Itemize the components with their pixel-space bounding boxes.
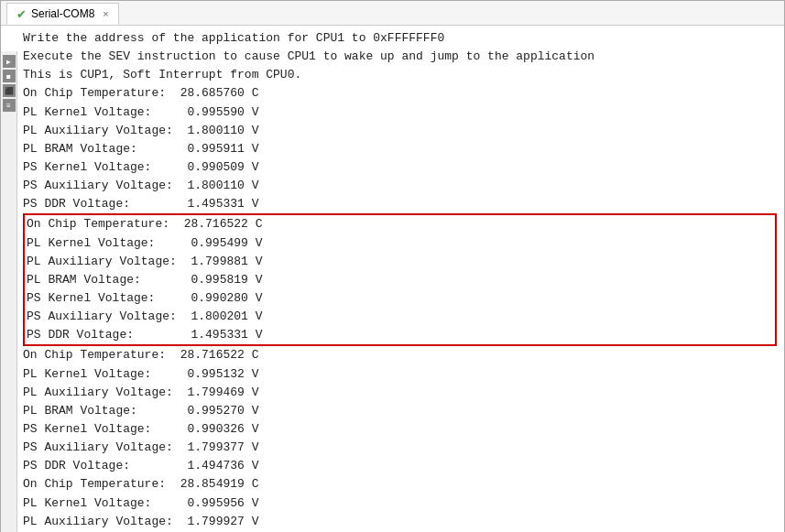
- log-line: On Chip Temperature: 28.685760 C: [23, 84, 779, 103]
- log-line: PL BRAM Voltage: 0.995911 V: [23, 140, 779, 158]
- log-line: PS Kernel Voltage: 0.990509 V: [23, 158, 779, 177]
- highlighted-block: On Chip Temperature: 28.716522 CPL Kerne…: [23, 213, 777, 346]
- highlighted-log-line: On Chip Temperature: 28.716522 C: [25, 215, 775, 233]
- log-line: PL Auxiliary Voltage: 1.799927 V: [23, 513, 779, 531]
- log-line: PL Kernel Voltage: 0.995132 V: [23, 365, 779, 384]
- sidebar-icon-1[interactable]: ▶: [3, 55, 16, 68]
- highlighted-log-line: PL Kernel Voltage: 0.995499 V: [25, 234, 775, 253]
- highlighted-log-line: PS Kernel Voltage: 0.990280 V: [25, 289, 775, 308]
- log-line: Execute the SEV instruction to cause CPU…: [23, 48, 779, 66]
- close-icon[interactable]: ×: [103, 8, 108, 19]
- main-window: ✔ Serial-COM8 × ▶ ◼ ⬛ ≡ Write the addres…: [0, 0, 785, 532]
- highlighted-log-line: PS Auxiliary Voltage: 1.800201 V: [25, 308, 775, 326]
- title-bar: ✔ Serial-COM8 ×: [1, 1, 784, 26]
- serial-tab[interactable]: ✔ Serial-COM8 ×: [6, 3, 119, 25]
- highlighted-log-line: PS DDR Voltage: 1.495331 V: [25, 326, 775, 344]
- log-line: PL BRAM Voltage: 0.995270 V: [23, 402, 779, 420]
- sidebar-icon-4[interactable]: ≡: [3, 99, 16, 112]
- log-line: PS Auxiliary Voltage: 1.800110 V: [23, 177, 779, 195]
- sidebar: ▶ ◼ ⬛ ≡: [1, 51, 17, 532]
- log-line: PL Kernel Voltage: 0.995590 V: [23, 103, 779, 122]
- serial-output: Write the address of the application for…: [17, 26, 784, 532]
- log-line: PS Kernel Voltage: 0.990326 V: [23, 420, 779, 439]
- lines-after-block: On Chip Temperature: 28.716522 CPL Kerne…: [23, 346, 779, 532]
- lines-before-block: Write the address of the application for…: [23, 29, 779, 213]
- log-line: PS DDR Voltage: 1.494736 V: [23, 457, 779, 475]
- log-line: On Chip Temperature: 28.716522 C: [23, 346, 779, 364]
- sidebar-icon-2[interactable]: ◼: [3, 70, 16, 82]
- log-line: Write the address of the application for…: [23, 29, 779, 48]
- log-line: PL Auxiliary Voltage: 1.799469 V: [23, 384, 779, 402]
- log-line: PL Auxiliary Voltage: 1.800110 V: [23, 122, 779, 140]
- log-line: PS DDR Voltage: 1.495331 V: [23, 195, 779, 213]
- highlighted-log-line: PL Auxiliary Voltage: 1.799881 V: [25, 253, 775, 271]
- sidebar-icon-3[interactable]: ⬛: [3, 84, 16, 97]
- log-line: This is CUP1, Soft Interrupt from CPU0.: [23, 66, 779, 84]
- log-line: On Chip Temperature: 28.854919 C: [23, 475, 779, 494]
- log-line: PL Kernel Voltage: 0.995956 V: [23, 494, 779, 513]
- tab-label: Serial-COM8: [31, 7, 94, 20]
- check-icon: ✔: [16, 7, 27, 21]
- log-line: PS Auxiliary Voltage: 1.799377 V: [23, 439, 779, 457]
- highlighted-log-line: PL BRAM Voltage: 0.995819 V: [25, 271, 775, 289]
- highlighted-lines: On Chip Temperature: 28.716522 CPL Kerne…: [25, 215, 775, 344]
